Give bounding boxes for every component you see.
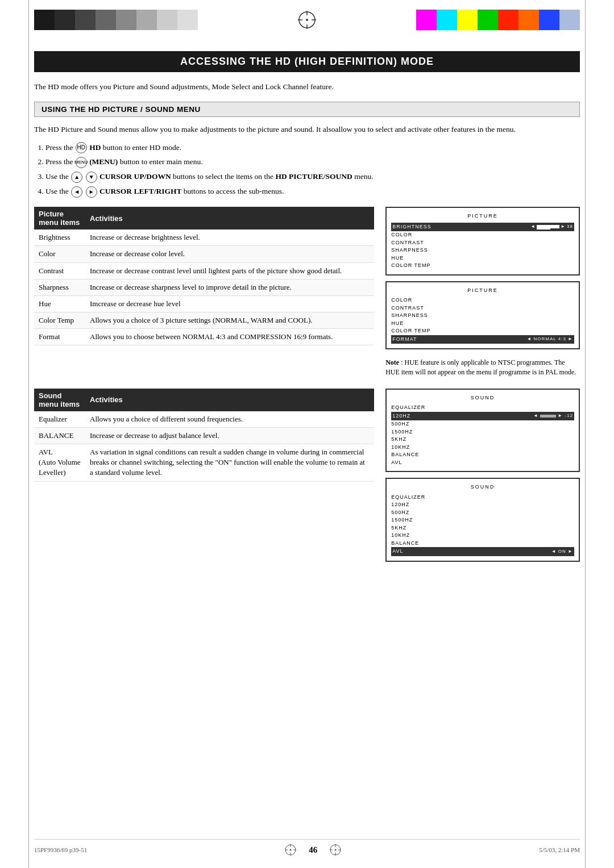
sound-item-name: AVL (Auto Volume Leveller) [34, 444, 85, 482]
sound-screen1-title: SOUND [391, 394, 574, 402]
screen1-sharpness: SHARPNESS [391, 247, 574, 254]
picture-item-activity: Allows you to choose between NORMAL 4:3 … [85, 329, 374, 345]
ss1-equalizer: EQUALIZER [391, 404, 574, 412]
picture-item-name: Contrast [34, 262, 85, 279]
color-block [416, 10, 437, 30]
ss2-500hz: 500HZ [391, 509, 574, 517]
header-area [0, 6, 614, 34]
svg-point-17 [335, 849, 337, 851]
sound-table-body: EqualizerAllows you a choice of differen… [34, 411, 374, 481]
color-blocks-right [416, 10, 580, 30]
table-row: BrightnessIncrease or decrease brightnes… [34, 229, 374, 246]
note-box: Note : HUE feature is only applicable to… [385, 358, 580, 377]
ss2-5khz: 5KHZ [391, 524, 574, 532]
color-block [34, 10, 55, 30]
picture-item-name: Hue [34, 295, 85, 312]
sound-screen-2: SOUND EQUALIZER 120HZ 500HZ 1500HZ 5KHZ … [385, 478, 580, 562]
color-block [539, 10, 559, 30]
sound-item-name: Equalizer [34, 411, 85, 428]
color-block [136, 10, 157, 30]
brightness-row: BRIGHTNESS ◄ ► 38 [391, 223, 574, 232]
ss1-5khz: 5KHZ [391, 436, 574, 444]
footer-right: 5/5/03, 2:14 PM [539, 846, 580, 853]
ss1-balance: BALANCE [391, 451, 574, 459]
page-content: Accessing the HD (High Definition) Mode … [0, 45, 614, 596]
sound-screen-1: SOUND EQUALIZER 120HZ ◄ ► -12 500HZ 1500… [385, 389, 580, 473]
color-block [437, 10, 457, 30]
sound-table-side: Soundmenu items Activities EqualizerAllo… [34, 389, 374, 482]
screen-side: PICTURE BRIGHTNESS ◄ ► 38 COLOR CONTRAST… [385, 207, 580, 377]
right-margin-line [585, 0, 586, 868]
picture-table-header-row: Picturemenu items Activities [34, 207, 374, 229]
table-row: EqualizerAllows you a choice of differen… [34, 411, 374, 428]
footer-crosshair-left [284, 843, 297, 857]
ss1-10khz: 10KHZ [391, 444, 574, 452]
picture-item-activity: Increase or decrease sharpness level to … [85, 279, 374, 295]
screen2-format: FORMAT ◄ NORMAL 4:3 ► [391, 335, 574, 344]
footer-line [34, 839, 580, 840]
screen2-sharpness: SHARPNESS [391, 312, 574, 320]
step-3: Use the ▲ ▼ CURSOR UP/DOWN buttons to se… [45, 170, 580, 183]
color-blocks-left [34, 10, 198, 30]
sub-heading: Using the HD Picture / Sound Menu [34, 102, 580, 117]
screen1-hue: HUE [391, 254, 574, 262]
step-4: Use the ◄ ► CURSOR LEFT/RIGHT buttons to… [45, 185, 580, 198]
table-row: HueImcrease or decrease hue level [34, 295, 374, 312]
color-block [559, 10, 580, 30]
note-text: : HUE feature is only applicable to NTSC… [385, 358, 576, 376]
ss2-equalizer: EQUALIZER [391, 494, 574, 502]
ss2-avl: AVL ◄ ON ► [391, 547, 574, 556]
sound-header-col2: Activities [85, 389, 374, 411]
step-2: Press the MENU (MENU) button to enter ma… [45, 156, 580, 168]
intro-text: The HD mode offers you Picture and Sound… [34, 81, 580, 93]
svg-point-5 [306, 19, 308, 21]
sub-text: The HD Picture and Sound menus allow you… [34, 124, 580, 135]
picture-item-name: Sharpness [34, 279, 85, 295]
ss1-120hz: 120HZ ◄ ► -12 [391, 412, 574, 421]
main-title: Accessing the HD (High Definition) Mode [34, 51, 580, 72]
cursor-up-icon: ▲ [71, 172, 82, 183]
picture-item-activity: Increase or decrease color level. [85, 246, 374, 262]
sound-screen-side: SOUND EQUALIZER 120HZ ◄ ► -12 500HZ 1500… [385, 389, 580, 562]
picture-item-activity: Increase or decrease brightness level. [85, 229, 374, 246]
table-row: AVL (Auto Volume Leveller)As variation i… [34, 444, 374, 482]
ss1-avl: AVL [391, 459, 574, 467]
table-row: SharpnessIncrease or decrease sharpness … [34, 279, 374, 295]
picture-item-name: Color [34, 246, 85, 262]
note-label: Note [385, 358, 399, 366]
color-block [75, 10, 96, 30]
sound-item-name: BALANCE [34, 427, 85, 444]
color-block [116, 10, 136, 30]
table-row: ColorIncrease or decrease color level. [34, 246, 374, 262]
table-row: Color TempAllows you a choice of 3 pictu… [34, 312, 374, 329]
ss1-500hz: 500HZ [391, 420, 574, 428]
cursor-down-icon: ▼ [86, 172, 97, 183]
crosshair-icon [294, 7, 320, 32]
sound-table: Soundmenu items Activities EqualizerAllo… [34, 389, 374, 482]
color-block [498, 10, 518, 30]
table-row: FormatAllows you to choose between NORMA… [34, 329, 374, 345]
picture-screen-2: PICTURE COLOR CONTRAST SHARPNESS HUE COL… [385, 281, 580, 350]
picture-header-col2: Activities [85, 207, 374, 229]
screen2-contrast: CONTRAST [391, 304, 574, 312]
sound-item-activity: Allows you a choice of different sound f… [85, 411, 374, 428]
picture-item-name: Format [34, 329, 85, 345]
step-1: Press the HD HD button to enter HD mode. [45, 141, 580, 154]
sound-screen2-title: SOUND [391, 483, 574, 491]
table-row: BALANCEIncrease or decrease to adjust ba… [34, 427, 374, 444]
color-block [96, 10, 116, 30]
screen2-color: COLOR [391, 297, 574, 304]
picture-table: Picturemenu items Activities BrightnessI… [34, 207, 374, 345]
footer-left: 15PF9936/69 p39-51 [34, 846, 87, 853]
color-block [478, 10, 498, 30]
picture-section: Picturemenu items Activities BrightnessI… [34, 207, 580, 377]
picture-table-side: Picturemenu items Activities BrightnessI… [34, 207, 374, 345]
svg-point-11 [290, 849, 292, 851]
ss2-1500hz: 1500HZ [391, 516, 574, 524]
screen1-title: PICTURE [391, 212, 574, 220]
cursor-left-icon: ◄ [71, 186, 82, 198]
picture-screen-1: PICTURE BRIGHTNESS ◄ ► 38 COLOR CONTRAST… [385, 207, 580, 276]
color-block [518, 10, 539, 30]
sound-table-header-row: Soundmenu items Activities [34, 389, 374, 411]
picture-item-name: Brightness [34, 229, 85, 246]
